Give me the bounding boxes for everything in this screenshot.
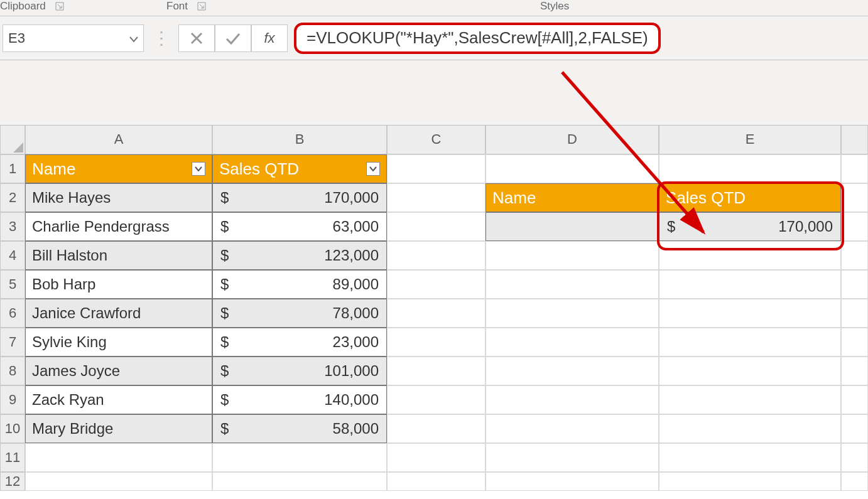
table-row[interactable]: Mary Bridge [25,414,212,443]
table-header-name[interactable]: Name [25,154,212,183]
cell[interactable] [841,212,868,241]
table-row[interactable]: $63,000 [212,212,387,241]
cell[interactable] [841,270,868,299]
dialog-launcher-icon[interactable] [55,0,64,13]
row-header[interactable]: 3 [0,212,25,241]
lookup-header-sales[interactable]: Sales QTD [659,183,841,212]
formula-bar-input[interactable]: =VLOOKUP("*Hay*",SalesCrew[#All],2,FALSE… [294,23,661,54]
cell[interactable] [387,472,486,491]
row-header[interactable]: 2 [0,183,25,212]
row-header[interactable]: 12 [0,472,25,491]
row-header[interactable]: 8 [0,357,25,385]
lookup-result-cell[interactable]: $170,000 [659,212,841,241]
cell[interactable] [486,154,659,183]
lookup-name-cell[interactable] [486,212,659,241]
cell[interactable] [486,414,659,443]
table-row[interactable]: Bill Halston [25,241,212,270]
column-header-E[interactable]: E [659,126,841,154]
cell[interactable] [387,357,486,385]
cell[interactable] [486,328,659,357]
cell[interactable] [387,241,486,270]
row-header[interactable]: 10 [0,414,25,443]
cell[interactable] [841,299,868,328]
cell[interactable] [387,212,486,241]
cell[interactable] [387,414,486,443]
table-row[interactable]: $123,000 [212,241,387,270]
table-row[interactable]: $140,000 [212,385,387,414]
row-header[interactable]: 9 [0,385,25,414]
cell[interactable] [659,357,841,385]
worksheet-grid[interactable]: A B C D E 1 Name Sales QTD 2 Mike Hayes … [0,126,868,491]
cell[interactable] [387,443,486,472]
row-header[interactable]: 6 [0,299,25,328]
cell[interactable] [387,183,486,212]
column-header-extra[interactable] [841,126,868,154]
cell[interactable] [841,154,868,183]
cell[interactable] [486,270,659,299]
cell[interactable] [387,385,486,414]
cancel-formula-button[interactable] [178,24,215,52]
row-header[interactable]: 1 [0,154,25,183]
table-row[interactable]: $78,000 [212,299,387,328]
cell[interactable] [659,385,841,414]
cell[interactable] [841,241,868,270]
column-header-C[interactable]: C [387,126,486,154]
cell[interactable] [659,328,841,357]
table-row[interactable]: Janice Crawford [25,299,212,328]
cell[interactable] [841,357,868,385]
cell[interactable] [387,328,486,357]
column-header-A[interactable]: A [25,126,212,154]
chevron-down-icon[interactable] [129,30,138,46]
name-box[interactable]: E3 [3,24,144,52]
table-row[interactable]: $101,000 [212,357,387,385]
select-all-corner[interactable] [0,126,25,154]
cell[interactable] [486,299,659,328]
cell[interactable] [659,270,841,299]
cell[interactable] [659,443,841,472]
cell[interactable] [486,385,659,414]
enter-formula-button[interactable] [215,24,251,52]
row-header[interactable]: 4 [0,241,25,270]
table-row[interactable]: $170,000 [212,183,387,212]
table-row[interactable]: Charlie Pendergrass [25,212,212,241]
cell[interactable] [25,443,212,472]
cell[interactable] [841,183,868,212]
cell[interactable] [659,241,841,270]
table-row[interactable]: Bob Harp [25,270,212,299]
cell[interactable] [486,472,659,491]
cell[interactable] [387,154,486,183]
table-row[interactable]: $89,000 [212,270,387,299]
cell[interactable] [659,299,841,328]
cell[interactable] [212,472,387,491]
dialog-launcher-icon[interactable] [197,0,206,13]
cell[interactable] [841,385,868,414]
row-header[interactable]: 7 [0,328,25,357]
row-header[interactable]: 5 [0,270,25,299]
cell[interactable] [841,443,868,472]
column-header-D[interactable]: D [486,126,659,154]
cell[interactable] [387,299,486,328]
cell[interactable] [486,357,659,385]
cell[interactable] [841,414,868,443]
table-header-sales[interactable]: Sales QTD [212,154,387,183]
cell[interactable] [212,443,387,472]
cell[interactable] [659,414,841,443]
cell[interactable] [659,154,841,183]
table-row[interactable]: $23,000 [212,328,387,357]
cell[interactable] [387,270,486,299]
cell[interactable] [659,472,841,491]
table-row[interactable]: $58,000 [212,414,387,443]
table-row[interactable]: Zack Ryan [25,385,212,414]
insert-function-button[interactable]: fx [251,24,288,52]
cell[interactable] [841,472,868,491]
table-row[interactable]: Mike Hayes [25,183,212,212]
row-header[interactable]: 11 [0,443,25,472]
cell[interactable] [486,443,659,472]
column-header-B[interactable]: B [212,126,387,154]
table-row[interactable]: James Joyce [25,357,212,385]
cell[interactable] [841,328,868,357]
table-row[interactable]: Sylvie King [25,328,212,357]
lookup-header-name[interactable]: Name [486,183,659,212]
filter-dropdown-icon[interactable] [192,162,205,176]
filter-dropdown-icon[interactable] [366,162,380,176]
